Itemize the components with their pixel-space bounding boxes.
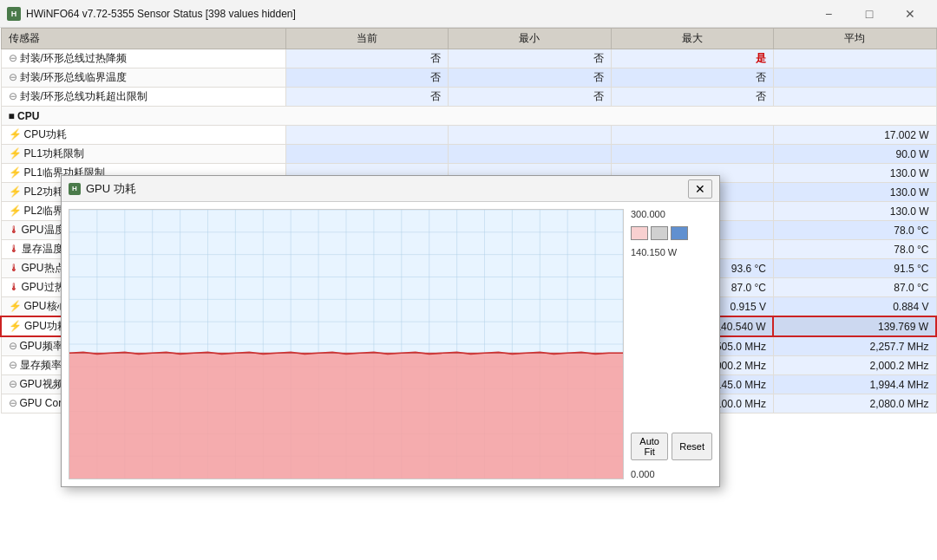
- sensor-value-avg: 1,994.4 MHz: [773, 375, 936, 394]
- sensor-label: ⚡CPU功耗: [1, 126, 285, 145]
- col-max: 最大: [611, 29, 773, 49]
- col-avg: 平均: [773, 29, 936, 49]
- chart-button-row: Auto Fit Reset: [631, 433, 712, 460]
- chart-app-icon: H: [69, 183, 81, 195]
- col-current: 当前: [285, 29, 448, 49]
- sensor-value-current: 否: [285, 49, 448, 68]
- table-row: ⚡PL1功耗限制90.0 W: [1, 145, 936, 164]
- sensor-value-min: 否: [449, 49, 611, 68]
- sensor-value-avg: 2,000.2 MHz: [773, 356, 936, 375]
- sensor-value-avg: 91.5 °C: [773, 259, 936, 278]
- table-row: ⊖封装/环形总线临界温度否否否: [1, 68, 936, 88]
- sensor-label: ⊖封装/环形总线临界温度: [1, 68, 285, 88]
- sensor-value-avg: [773, 88, 936, 107]
- sensor-value-avg: [773, 49, 936, 68]
- sensor-value-avg: 78.0 °C: [773, 240, 936, 259]
- sensor-value-avg: [773, 68, 936, 88]
- swatch-2[interactable]: [651, 226, 668, 240]
- swatch-3[interactable]: [671, 226, 688, 240]
- sensor-value-current: 否: [285, 88, 448, 107]
- maximize-button[interactable]: □: [849, 0, 889, 28]
- sensor-value-avg: 2,080.0 MHz: [773, 394, 936, 413]
- sensor-value-max: 否: [611, 68, 773, 88]
- section-label: ■ CPU: [1, 107, 936, 126]
- swatch-1[interactable]: [631, 226, 648, 240]
- sensor-value-avg: 2,257.7 MHz: [773, 336, 936, 356]
- window-controls: − □ ✕: [809, 0, 930, 28]
- sensor-value-max: 是: [611, 49, 773, 68]
- sensor-label: ⊖封装/环形总线过热降频: [1, 49, 285, 68]
- sensor-value-avg: 78.0 °C: [773, 221, 936, 240]
- window-title: HWiNFO64 v7.72-5355 Sensor Status [398 v…: [26, 8, 803, 20]
- table-header-row: 传感器 当前 最小 最大 平均: [1, 29, 936, 49]
- sensor-value-current: 否: [285, 68, 448, 88]
- sensor-value-current: [285, 145, 448, 164]
- chart-y-mid: 140.150 W: [631, 247, 712, 257]
- sensor-value-avg: 130.0 W: [773, 183, 936, 202]
- sensor-value-max: [611, 145, 773, 164]
- main-content: 传感器 当前 最小 最大 平均 ⊖封装/环形总线过热降频否否是⊖封装/环形总线临…: [0, 28, 937, 560]
- sensor-value-min: 否: [449, 68, 611, 88]
- app-icon: H: [7, 7, 21, 21]
- col-sensor: 传感器: [1, 29, 285, 49]
- sensor-value-max: 否: [611, 88, 773, 107]
- chart-body: 300.000 140.150 W Auto Fit Reset 0.000: [62, 202, 719, 486]
- sensor-value-avg: 17.002 W: [773, 126, 936, 145]
- sensor-label: ⚡PL1功耗限制: [1, 145, 285, 164]
- sensor-value-min: 否: [449, 88, 611, 107]
- chart-y-max: 300.000: [631, 209, 712, 219]
- close-button[interactable]: ✕: [890, 0, 930, 28]
- sensor-value-avg: 87.0 °C: [773, 278, 936, 297]
- table-row: ⊖封装/环形总线过热降频否否是: [1, 49, 936, 68]
- title-bar: H HWiNFO64 v7.72-5355 Sensor Status [398…: [0, 0, 937, 28]
- col-min: 最小: [449, 29, 611, 49]
- chart-title-bar: H GPU 功耗 ✕: [62, 176, 719, 202]
- color-swatches: [631, 226, 712, 240]
- sensor-value-avg: 139.769 W: [773, 316, 936, 336]
- sensor-value-max: [611, 126, 773, 145]
- sensor-value-min: [449, 126, 611, 145]
- sensor-value-avg: 130.0 W: [773, 202, 936, 221]
- chart-controls: 300.000 140.150 W Auto Fit Reset 0.000: [624, 202, 719, 486]
- sensor-value-min: [449, 145, 611, 164]
- auto-fit-button[interactable]: Auto Fit: [631, 433, 668, 460]
- sensor-value-avg: 130.0 W: [773, 164, 936, 183]
- svg-rect-35: [69, 353, 623, 479]
- sensor-value-avg: 0.884 V: [773, 297, 936, 317]
- chart-close-button[interactable]: ✕: [688, 179, 712, 199]
- chart-area: [69, 209, 624, 479]
- sensor-value-avg: 90.0 W: [773, 145, 936, 164]
- sensor-label: ⊖封装/环形总线功耗超出限制: [1, 88, 285, 107]
- chart-title: GPU 功耗: [86, 181, 683, 197]
- chart-y-min: 0.000: [631, 469, 712, 479]
- reset-button[interactable]: Reset: [672, 433, 712, 460]
- chart-popup: H GPU 功耗 ✕: [61, 175, 720, 487]
- chart-svg: [69, 210, 623, 479]
- table-row: ⊖封装/环形总线功耗超出限制否否否: [1, 88, 936, 107]
- sensor-value-current: [285, 126, 448, 145]
- table-row: ■ CPU: [1, 107, 936, 126]
- table-row: ⚡CPU功耗17.002 W: [1, 126, 936, 145]
- minimize-button[interactable]: −: [809, 0, 849, 28]
